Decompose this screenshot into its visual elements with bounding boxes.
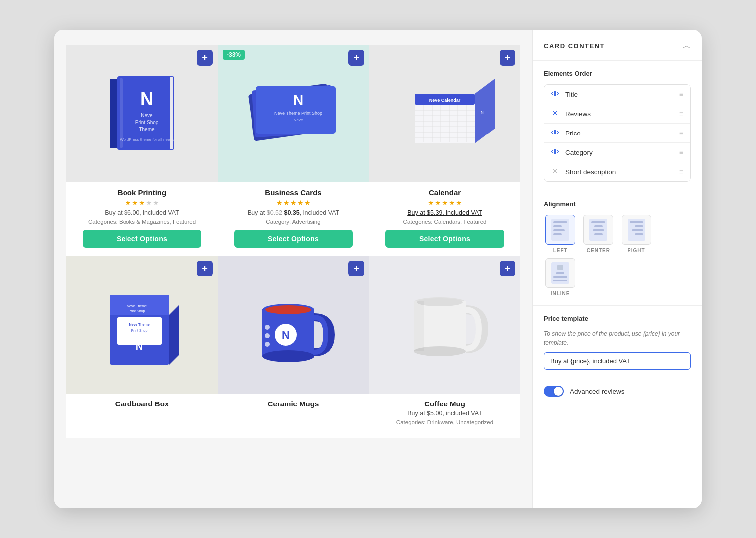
align-box-right bbox=[622, 215, 651, 245]
element-row-title[interactable]: 👁 Title ≡ bbox=[544, 85, 690, 104]
svg-text:Theme: Theme bbox=[139, 127, 155, 132]
panel-header: CARD CONTENT ︿ bbox=[533, 30, 702, 61]
eye-icon-price: 👁 bbox=[551, 129, 559, 137]
product-name-coffee: Coffee Mug bbox=[424, 400, 465, 408]
product-name-ceramic: Ceramic Mugs bbox=[268, 400, 319, 408]
align-box-inner-left bbox=[551, 219, 569, 241]
align-box-inline bbox=[545, 258, 575, 288]
svg-point-45 bbox=[265, 305, 311, 314]
categories-book: Categories: Books & Magazines, Featured bbox=[88, 219, 196, 225]
product-image-wrap-ceramic: + bbox=[218, 256, 369, 393]
product-image-book: N Neve Print Shop Theme WordPress theme … bbox=[66, 45, 218, 182]
align-block bbox=[553, 276, 567, 278]
product-info-book: Book Printing ★ ★ ★ ★ ★ Buy at $6.00, in… bbox=[66, 182, 218, 256]
align-bar bbox=[630, 221, 643, 223]
product-info-box: Cardboard Box bbox=[66, 394, 218, 418]
svg-rect-55 bbox=[414, 301, 424, 351]
discount-badge-cards: -33% bbox=[223, 50, 245, 60]
align-label-inline: INLINE bbox=[551, 291, 570, 296]
svg-text:N: N bbox=[481, 110, 484, 115]
add-button-ceramic[interactable]: + bbox=[348, 261, 364, 276]
advanced-reviews-label: Advanced reviews bbox=[570, 388, 625, 395]
product-name-box: Cardboard Box bbox=[115, 400, 169, 408]
align-label-left: LEFT bbox=[553, 248, 568, 253]
stars-calendar: ★ ★ ★ ★ ★ bbox=[428, 199, 462, 207]
add-button-box[interactable]: + bbox=[197, 261, 213, 276]
align-bar bbox=[594, 233, 603, 235]
select-btn-cards[interactable]: Select Options bbox=[234, 230, 353, 248]
element-row-short-desc[interactable]: 👁 Short description ≡ bbox=[544, 162, 690, 181]
svg-text:WordPress theme for all needs: WordPress theme for all needs bbox=[120, 137, 174, 142]
panel-collapse-button[interactable]: ︿ bbox=[683, 41, 691, 51]
align-box-center bbox=[583, 215, 613, 245]
product-image-wrap-cards: -33% + N Neve Theme Print Shop Neve bbox=[218, 45, 369, 182]
product-grid: + N Neve Print bbox=[66, 45, 520, 438]
add-button-cards[interactable]: + bbox=[348, 50, 364, 66]
element-row-category[interactable]: 👁 Category ≡ bbox=[544, 143, 690, 162]
price-template-label: Price template bbox=[544, 315, 691, 322]
categories-cards: Category: Advertising bbox=[266, 219, 320, 225]
categories-calendar: Categories: Calendars, Featured bbox=[403, 219, 487, 225]
svg-marker-31 bbox=[475, 79, 495, 143]
categories-coffee: Categories: Drinkware, Uncategorized bbox=[396, 419, 493, 425]
product-image-wrap-coffee: + bbox=[369, 256, 520, 393]
drag-icon-category: ≡ bbox=[679, 148, 683, 156]
element-name-short-desc: Short description bbox=[565, 168, 673, 176]
alignment-section: Alignment LEFT bbox=[533, 191, 702, 306]
svg-text:Neve: Neve bbox=[294, 118, 303, 122]
svg-text:Neve: Neve bbox=[141, 113, 153, 118]
elements-order-section: Elements Order 👁 Title ≡ 👁 Reviews ≡ 👁 P… bbox=[533, 61, 702, 191]
element-row-reviews[interactable]: 👁 Reviews ≡ bbox=[544, 104, 690, 124]
align-option-inline[interactable]: INLINE bbox=[544, 258, 577, 296]
align-block bbox=[553, 280, 567, 281]
elements-list: 👁 Title ≡ 👁 Reviews ≡ 👁 Price ≡ 👁 Catego… bbox=[544, 84, 691, 182]
align-bar bbox=[553, 225, 562, 227]
svg-point-44 bbox=[262, 350, 314, 362]
product-name-book: Book Printing bbox=[118, 188, 166, 197]
product-grid-area: + N Neve Print bbox=[54, 30, 532, 508]
align-bar bbox=[591, 221, 605, 223]
add-button-book[interactable]: + bbox=[197, 50, 213, 66]
svg-text:Neve Calendar: Neve Calendar bbox=[429, 98, 461, 103]
add-button-calendar[interactable]: + bbox=[500, 50, 515, 66]
align-bar bbox=[635, 233, 643, 235]
price-cards: Buy at $0.52 $0.35, included VAT bbox=[248, 209, 339, 216]
product-card-coffee-mug: + bbox=[369, 256, 520, 438]
price-template-input[interactable] bbox=[544, 352, 691, 370]
align-option-left[interactable]: LEFT bbox=[544, 215, 577, 253]
element-row-price[interactable]: 👁 Price ≡ bbox=[544, 124, 690, 143]
select-btn-book[interactable]: Select Options bbox=[83, 230, 201, 248]
advanced-reviews-toggle[interactable] bbox=[544, 386, 564, 397]
eye-icon-title: 👁 bbox=[551, 90, 559, 99]
product-info-ceramic: Ceramic Mugs bbox=[218, 394, 369, 418]
price-calendar: Buy at $5.39, included VAT bbox=[407, 209, 482, 216]
svg-text:Print Shop: Print Shop bbox=[131, 329, 148, 333]
app-window: + N Neve Print bbox=[54, 30, 702, 508]
eye-icon-category: 👁 bbox=[551, 148, 559, 157]
element-name-price: Price bbox=[565, 130, 673, 137]
toggle-thumb bbox=[554, 387, 563, 396]
svg-text:N: N bbox=[136, 341, 143, 352]
product-image-box: Neve Theme Print Shop N Neve Theme Print… bbox=[66, 256, 218, 393]
element-name-title: Title bbox=[565, 91, 673, 98]
price-original-cards: $0.52 bbox=[267, 209, 282, 216]
align-option-center[interactable]: CENTER bbox=[582, 215, 615, 253]
align-block bbox=[556, 272, 564, 274]
align-box-inner-inline bbox=[551, 262, 569, 284]
add-button-coffee[interactable]: + bbox=[500, 261, 515, 276]
svg-text:N: N bbox=[282, 329, 290, 341]
svg-text:N: N bbox=[140, 89, 153, 109]
product-image-calendar: Neve Calendar bbox=[369, 45, 520, 182]
svg-point-49 bbox=[265, 333, 270, 338]
product-image-coffee bbox=[369, 256, 520, 393]
align-bar bbox=[594, 225, 603, 227]
align-option-right[interactable]: RIGHT bbox=[620, 215, 653, 253]
element-name-category: Category bbox=[565, 149, 673, 156]
select-btn-calendar[interactable]: Select Options bbox=[385, 230, 504, 248]
product-card-calendar: + Neve Calendar bbox=[369, 45, 520, 256]
price-template-section: Price template To show the price of the … bbox=[533, 306, 702, 379]
product-info-cards: Business Cards ★ ★ ★ ★ ★ Buy at $0.52 $0… bbox=[218, 182, 369, 256]
align-box-inner-right bbox=[628, 219, 645, 241]
align-bar bbox=[553, 229, 564, 231]
svg-marker-39 bbox=[169, 305, 179, 365]
